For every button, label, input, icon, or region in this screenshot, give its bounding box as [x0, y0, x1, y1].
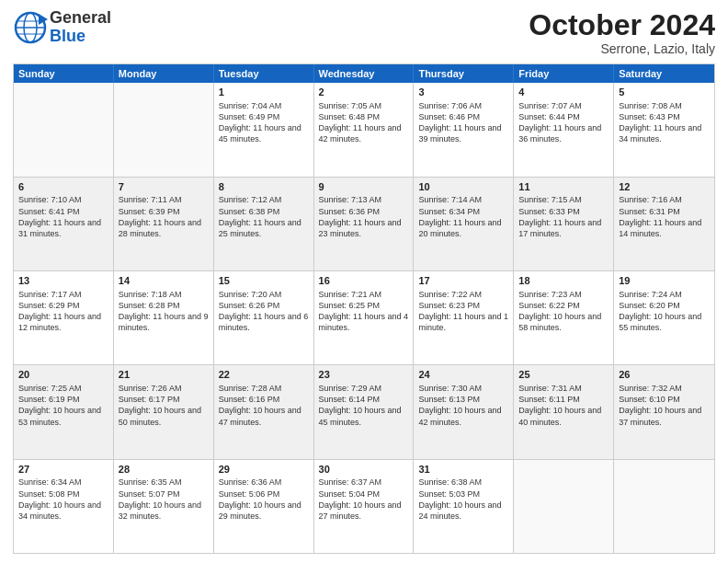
title-block: October 2024 Serrone, Lazio, Italy: [529, 9, 715, 56]
calendar-cell-2-4: 9Sunrise: 7:13 AM Sunset: 6:36 PM Daylig…: [314, 178, 415, 270]
cell-info: Sunrise: 6:34 AM Sunset: 5:08 PM Dayligh…: [18, 477, 108, 522]
day-number: 1: [219, 86, 309, 99]
cell-info: Sunrise: 7:29 AM Sunset: 6:14 PM Dayligh…: [319, 383, 409, 428]
cell-info: Sunrise: 7:18 AM Sunset: 6:28 PM Dayligh…: [119, 289, 209, 334]
cell-info: Sunrise: 7:06 AM Sunset: 6:46 PM Dayligh…: [418, 100, 508, 145]
calendar-row-1: 1Sunrise: 7:04 AM Sunset: 6:49 PM Daylig…: [14, 83, 714, 177]
calendar-cell-5-6: [514, 460, 614, 553]
cell-info: Sunrise: 6:37 AM Sunset: 5:04 PM Dayligh…: [319, 477, 409, 522]
calendar-cell-5-5: 31Sunrise: 6:38 AM Sunset: 5:03 PM Dayli…: [414, 460, 514, 553]
calendar-cell-2-5: 10Sunrise: 7:14 AM Sunset: 6:34 PM Dayli…: [414, 178, 514, 270]
calendar-cell-3-2: 14Sunrise: 7:18 AM Sunset: 6:28 PM Dayli…: [114, 271, 214, 364]
day-number: 10: [418, 180, 508, 194]
calendar-cell-1-7: 5Sunrise: 7:08 AM Sunset: 6:43 PM Daylig…: [614, 83, 714, 176]
logo-icon: [13, 10, 48, 45]
day-number: 27: [18, 463, 108, 477]
cell-info: Sunrise: 7:12 AM Sunset: 6:38 PM Dayligh…: [219, 194, 309, 239]
day-number: 23: [319, 368, 409, 382]
calendar-cell-3-1: 13Sunrise: 7:17 AM Sunset: 6:29 PM Dayli…: [14, 271, 114, 364]
cell-info: Sunrise: 6:36 AM Sunset: 5:06 PM Dayligh…: [219, 477, 309, 522]
cell-info: Sunrise: 7:24 AM Sunset: 6:20 PM Dayligh…: [619, 289, 710, 334]
day-number: 2: [319, 86, 409, 99]
cell-info: Sunrise: 7:31 AM Sunset: 6:11 PM Dayligh…: [518, 383, 609, 428]
weekday-header-saturday: Saturday: [614, 64, 714, 83]
cell-info: Sunrise: 7:28 AM Sunset: 6:16 PM Dayligh…: [219, 383, 309, 428]
calendar-cell-2-1: 6Sunrise: 7:10 AM Sunset: 6:41 PM Daylig…: [14, 178, 114, 270]
day-number: 28: [119, 463, 209, 477]
day-number: 29: [219, 463, 309, 477]
calendar-cell-1-2: [114, 83, 214, 176]
cell-info: Sunrise: 7:32 AM Sunset: 6:10 PM Dayligh…: [619, 383, 710, 428]
calendar-cell-1-4: 2Sunrise: 7:05 AM Sunset: 6:48 PM Daylig…: [314, 83, 415, 176]
calendar-body: 1Sunrise: 7:04 AM Sunset: 6:49 PM Daylig…: [14, 83, 714, 553]
day-number: 22: [219, 368, 309, 382]
cell-info: Sunrise: 7:05 AM Sunset: 6:48 PM Dayligh…: [319, 100, 409, 145]
day-number: 13: [18, 274, 108, 288]
calendar-cell-2-3: 8Sunrise: 7:12 AM Sunset: 6:38 PM Daylig…: [214, 178, 314, 270]
day-number: 3: [418, 86, 508, 99]
cell-info: Sunrise: 7:14 AM Sunset: 6:34 PM Dayligh…: [418, 194, 508, 239]
day-number: 9: [319, 180, 409, 194]
weekday-header-friday: Friday: [514, 64, 614, 83]
calendar-row-5: 27Sunrise: 6:34 AM Sunset: 5:08 PM Dayli…: [14, 460, 714, 553]
cell-info: Sunrise: 7:23 AM Sunset: 6:22 PM Dayligh…: [518, 289, 609, 334]
day-number: 11: [518, 180, 609, 194]
cell-info: Sunrise: 7:21 AM Sunset: 6:25 PM Dayligh…: [319, 289, 409, 334]
month-title: October 2024: [529, 9, 715, 41]
cell-info: Sunrise: 7:17 AM Sunset: 6:29 PM Dayligh…: [18, 289, 108, 334]
calendar-cell-5-7: [614, 460, 714, 553]
cell-info: Sunrise: 7:07 AM Sunset: 6:44 PM Dayligh…: [518, 100, 609, 145]
calendar-cell-2-7: 12Sunrise: 7:16 AM Sunset: 6:31 PM Dayli…: [614, 178, 714, 270]
calendar-cell-1-6: 4Sunrise: 7:07 AM Sunset: 6:44 PM Daylig…: [514, 83, 614, 176]
cell-info: Sunrise: 7:22 AM Sunset: 6:23 PM Dayligh…: [418, 289, 508, 334]
calendar-cell-5-3: 29Sunrise: 6:36 AM Sunset: 5:06 PM Dayli…: [214, 460, 314, 553]
logo: General Blue: [13, 9, 111, 46]
cell-info: Sunrise: 7:04 AM Sunset: 6:49 PM Dayligh…: [219, 100, 309, 145]
header: General Blue October 2024 Serrone, Lazio…: [13, 9, 715, 56]
calendar: SundayMondayTuesdayWednesdayThursdayFrid…: [13, 63, 715, 554]
day-number: 18: [518, 274, 609, 288]
calendar-cell-5-1: 27Sunrise: 6:34 AM Sunset: 5:08 PM Dayli…: [14, 460, 114, 553]
calendar-cell-3-7: 19Sunrise: 7:24 AM Sunset: 6:20 PM Dayli…: [614, 271, 714, 364]
calendar-cell-3-5: 17Sunrise: 7:22 AM Sunset: 6:23 PM Dayli…: [414, 271, 514, 364]
calendar-cell-1-1: [14, 83, 114, 176]
cell-info: Sunrise: 7:26 AM Sunset: 6:17 PM Dayligh…: [119, 383, 209, 428]
cell-info: Sunrise: 7:15 AM Sunset: 6:33 PM Dayligh…: [518, 194, 609, 239]
calendar-row-3: 13Sunrise: 7:17 AM Sunset: 6:29 PM Dayli…: [14, 271, 714, 365]
calendar-cell-1-3: 1Sunrise: 7:04 AM Sunset: 6:49 PM Daylig…: [214, 83, 314, 176]
calendar-cell-4-2: 21Sunrise: 7:26 AM Sunset: 6:17 PM Dayli…: [114, 365, 214, 458]
calendar-cell-5-2: 28Sunrise: 6:35 AM Sunset: 5:07 PM Dayli…: [114, 460, 214, 553]
cell-info: Sunrise: 7:20 AM Sunset: 6:26 PM Dayligh…: [219, 289, 309, 334]
day-number: 12: [619, 180, 710, 194]
page: General Blue October 2024 Serrone, Lazio…: [0, 0, 728, 563]
weekday-header-sunday: Sunday: [14, 64, 114, 83]
calendar-cell-3-3: 15Sunrise: 7:20 AM Sunset: 6:26 PM Dayli…: [214, 271, 314, 364]
cell-info: Sunrise: 7:30 AM Sunset: 6:13 PM Dayligh…: [418, 383, 508, 428]
weekday-header-thursday: Thursday: [414, 64, 514, 83]
day-number: 30: [319, 463, 409, 477]
cell-info: Sunrise: 7:08 AM Sunset: 6:43 PM Dayligh…: [619, 100, 710, 145]
day-number: 25: [518, 368, 609, 382]
weekday-header-monday: Monday: [114, 64, 214, 83]
calendar-cell-4-4: 23Sunrise: 7:29 AM Sunset: 6:14 PM Dayli…: [314, 365, 415, 458]
logo-general: General: [50, 9, 111, 28]
logo-blue: Blue: [50, 28, 111, 46]
day-number: 31: [418, 463, 508, 477]
cell-info: Sunrise: 7:16 AM Sunset: 6:31 PM Dayligh…: [619, 194, 710, 239]
calendar-cell-2-6: 11Sunrise: 7:15 AM Sunset: 6:33 PM Dayli…: [514, 178, 614, 270]
day-number: 26: [619, 368, 710, 382]
day-number: 5: [619, 86, 710, 99]
day-number: 21: [119, 368, 209, 382]
calendar-header: SundayMondayTuesdayWednesdayThursdayFrid…: [14, 64, 714, 83]
day-number: 20: [18, 368, 108, 382]
calendar-cell-3-6: 18Sunrise: 7:23 AM Sunset: 6:22 PM Dayli…: [514, 271, 614, 364]
cell-info: Sunrise: 7:11 AM Sunset: 6:39 PM Dayligh…: [119, 194, 209, 239]
day-number: 16: [319, 274, 409, 288]
calendar-cell-4-5: 24Sunrise: 7:30 AM Sunset: 6:13 PM Dayli…: [414, 365, 514, 458]
calendar-cell-4-7: 26Sunrise: 7:32 AM Sunset: 6:10 PM Dayli…: [614, 365, 714, 458]
cell-info: Sunrise: 6:38 AM Sunset: 5:03 PM Dayligh…: [418, 477, 508, 522]
cell-info: Sunrise: 7:13 AM Sunset: 6:36 PM Dayligh…: [319, 194, 409, 239]
calendar-cell-4-6: 25Sunrise: 7:31 AM Sunset: 6:11 PM Dayli…: [514, 365, 614, 458]
weekday-header-tuesday: Tuesday: [214, 64, 314, 83]
day-number: 14: [119, 274, 209, 288]
